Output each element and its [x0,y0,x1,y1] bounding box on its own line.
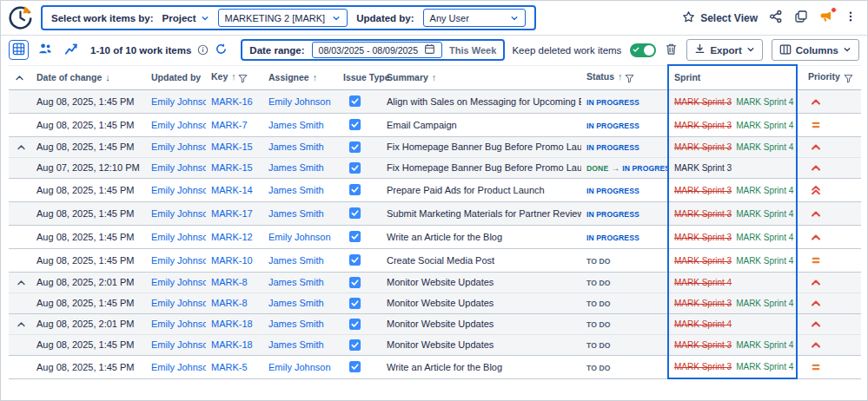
filter-icon[interactable] [625,72,634,83]
filter-field-dropdown[interactable]: Project [162,13,209,23]
assignee-link[interactable]: Emily Johnson [268,232,331,242]
updated-by-link[interactable]: Emily Johnson [151,141,206,152]
sort-asc-icon[interactable]: ↑ [313,72,318,82]
updated-by-link[interactable]: Emily Johnson [151,96,206,107]
assignee-link[interactable]: James Smith [268,298,324,308]
updated-by-link[interactable]: Emily Johnson [151,298,206,308]
delete-button[interactable] [665,43,678,58]
work-item-key-link[interactable]: MARK-7 [211,120,248,130]
updated-by-cell: Emily Johnson [146,89,206,113]
priority-cell [797,355,861,378]
column-header-priority[interactable]: Priority [797,65,861,89]
column-header-updated-by[interactable]: Updated by [146,65,206,89]
row-expander-cell [9,248,31,272]
sort-asc-icon[interactable]: ↑ [432,72,437,82]
collapse-row-button[interactable] [9,136,31,157]
work-item-key-link[interactable]: MARK-15 [211,162,253,173]
assignee-link[interactable]: Emily Johnson [268,362,331,372]
issue-type-cell [338,201,381,225]
sprint-cell: MARK Sprint 3MARK Sprint 4 [668,178,797,201]
collapse-row-button[interactable] [9,313,31,334]
status-cell: TO DO [581,293,668,313]
select-view-button[interactable]: Select View [682,10,758,26]
work-item-key-link[interactable]: MARK-12 [211,232,253,242]
updated-by-link[interactable]: Emily Johnson [151,208,206,219]
share-button[interactable] [769,10,783,26]
assignee-link[interactable]: James Smith [268,141,324,152]
sort-asc-icon[interactable]: ↑ [618,71,623,82]
assignee-link[interactable]: James Smith [268,319,324,329]
work-item-key-link[interactable]: MARK-14 [211,185,253,195]
collapse-all-button[interactable] [9,65,31,89]
column-header-issue-type[interactable]: Issue Type [338,65,381,89]
updated-by-label: Updated by: [356,13,414,23]
filter-icon[interactable] [844,72,853,83]
column-header-sprint[interactable]: Sprint [668,65,797,89]
updated-by-select[interactable]: Any User [423,9,526,27]
refresh-button[interactable] [215,43,228,58]
project-select[interactable]: MARKETING 2 [MARK] [218,9,348,27]
assignee-link[interactable]: James Smith [268,162,324,173]
info-icon[interactable] [197,44,209,56]
key-cell: MARK-17 [206,201,263,225]
updated-by-link[interactable]: Emily Johnson [151,339,206,350]
updated-by-cell: Emily Johnson [146,225,206,248]
chart-view-button[interactable] [61,40,81,60]
work-items-filter-group: Select work items by: Project MARKETING … [41,5,536,30]
key-cell: MARK-5 [206,355,263,378]
column-header-key[interactable]: Key↑ [206,65,263,89]
work-item-key-link[interactable]: MARK-18 [211,319,253,329]
assignee-link[interactable]: James Smith [268,339,324,350]
updated-by-link[interactable]: Emily Johnson [151,232,206,242]
updated-by-link[interactable]: Emily Johnson [151,277,206,287]
work-item-key-link[interactable]: MARK-18 [211,339,253,350]
column-header-status[interactable]: Status↑ [581,65,668,89]
table-view-button[interactable] [9,40,29,60]
work-item-key-link[interactable]: MARK-10 [211,255,253,266]
sprint-added-value: MARK Sprint 4 [736,256,793,266]
work-item-key-link[interactable]: MARK-8 [211,277,248,287]
sort-desc-icon[interactable]: ↓ [105,72,110,82]
updated-by-link[interactable]: Emily Johnson [151,162,206,173]
sprint-removed-value: MARK Sprint 4 [674,319,732,329]
work-item-key-link[interactable]: MARK-5 [211,362,248,372]
updated-by-link[interactable]: Emily Johnson [151,362,206,372]
assignee-link[interactable]: James Smith [268,208,324,219]
column-header-date[interactable]: Date of change↓ [31,65,146,89]
updated-by-link[interactable]: Emily Johnson [151,185,206,195]
priority-medium-icon [810,253,822,264]
collapse-row-button[interactable] [9,272,31,293]
filter-icon[interactable] [238,72,248,83]
status-cell: IN PROGRESS [581,225,668,248]
assignee-link[interactable]: James Smith [268,277,324,287]
updated-by-link[interactable]: Emily Johnson [151,255,206,266]
table-row: Aug 08, 2025, 1:45 PMEmily JohnsonMARK-1… [9,225,861,248]
assignee-link[interactable]: Emily Johnson [268,96,331,107]
whats-new-button[interactable] [819,10,833,26]
assignee-link[interactable]: James Smith [268,185,324,195]
keep-deleted-toggle[interactable] [630,43,656,57]
work-item-key-link[interactable]: MARK-17 [211,208,253,219]
updated-by-link[interactable]: Emily Johnson [151,319,206,329]
assignee-link[interactable]: James Smith [268,255,324,266]
status-badge: IN PROGRESS [586,98,639,107]
kebab-menu-button[interactable] [845,10,857,26]
export-button[interactable]: Export [686,39,762,61]
sort-asc-icon[interactable]: ↑ [231,71,236,82]
work-item-key-link[interactable]: MARK-8 [211,298,248,308]
columns-button[interactable]: Columns [772,39,859,61]
sprint-cell: MARK Sprint 3MARK Sprint 4 [668,334,797,355]
work-item-key-link[interactable]: MARK-16 [211,96,253,107]
date-range-input[interactable]: 08/03/2025 - 08/09/2025 [312,42,442,58]
status-badge: IN PROGRESS [586,143,639,152]
table-row: Aug 08, 2025, 1:45 PMEmily JohnsonMARK-1… [9,89,861,113]
column-header-assignee[interactable]: Assignee↑ [263,65,338,89]
user-view-button[interactable] [35,40,55,60]
updated-by-link[interactable]: Emily Johnson [151,120,206,130]
assignee-link[interactable]: James Smith [268,120,324,130]
priority-cell [797,272,861,293]
copy-view-button[interactable] [794,10,808,26]
column-header-summary[interactable]: Summary↑ [381,65,581,89]
status-cell: DONE→IN PROGRESS [581,157,668,178]
work-item-key-link[interactable]: MARK-15 [211,141,253,152]
